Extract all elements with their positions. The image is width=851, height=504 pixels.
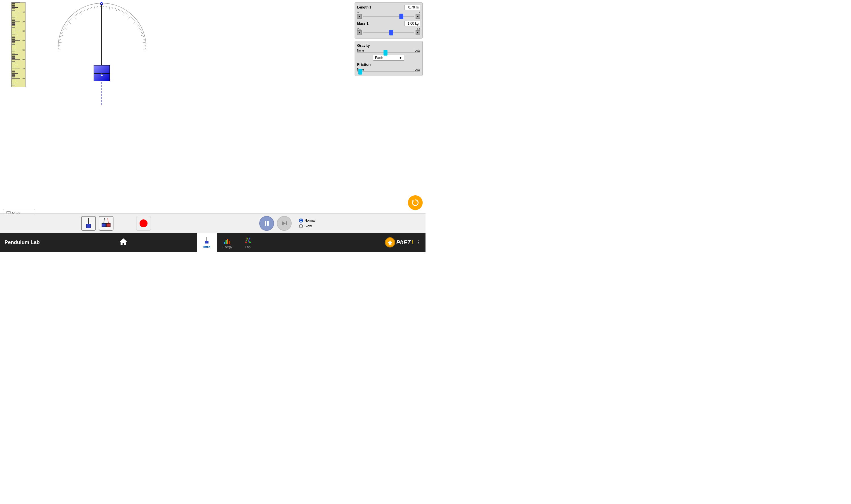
pendulum2-icon <box>101 218 111 229</box>
svg-line-63 <box>127 15 128 15</box>
tab-energy[interactable]: Energy <box>217 233 238 252</box>
planet-label: Earth <box>375 56 383 60</box>
phet-text: PhET <box>396 239 411 246</box>
svg-line-17 <box>66 25 66 26</box>
svg-line-5 <box>59 42 62 43</box>
svg-line-26 <box>75 15 76 16</box>
bob-dashed-extension <box>101 82 102 105</box>
phet-logo: PhET ! ⋮ <box>385 237 421 248</box>
pendulum-bob[interactable]: 1 <box>93 65 110 82</box>
svg-line-58 <box>121 11 121 12</box>
pendulum-params-box: Length 1 0.70 m 0.1 1 ◄ ► Mass 1 1.00 kg… <box>354 2 423 39</box>
svg-line-74 <box>138 26 139 27</box>
svg-line-7 <box>59 39 61 40</box>
svg-rect-100 <box>265 221 266 226</box>
energy-tab-label: Energy <box>222 245 232 249</box>
mass-increase-button[interactable]: ► <box>416 30 420 35</box>
svg-line-32 <box>83 11 83 12</box>
svg-line-51 <box>111 7 111 8</box>
normal-speed-label: Normal <box>305 219 315 222</box>
svg-rect-103 <box>286 221 287 226</box>
friction-slider-track[interactable] <box>357 71 420 72</box>
length-decrease-button[interactable]: ◄ <box>357 14 362 19</box>
length-row: Length 1 0.70 m <box>357 5 420 10</box>
svg-line-22 <box>71 19 71 20</box>
svg-line-66 <box>131 17 132 18</box>
ruler[interactable]: 102030405060708090 cm <box>11 2 25 87</box>
mass-decrease-button[interactable]: ◄ <box>357 30 362 35</box>
pause-button[interactable] <box>259 216 274 231</box>
svg-line-8 <box>60 38 61 38</box>
length-value: 0.70 m <box>404 5 420 10</box>
svg-line-15 <box>64 28 67 30</box>
svg-line-30 <box>80 12 82 15</box>
svg-line-33 <box>84 10 85 11</box>
friction-slider-thumb[interactable] <box>358 69 362 75</box>
slow-speed-label: Slow <box>305 224 312 228</box>
svg-line-11 <box>61 33 63 34</box>
mass-slider-row: ◄ ► <box>357 30 420 35</box>
app-title: Pendulum Lab <box>4 239 40 246</box>
tab-lab[interactable]: Lab <box>238 233 258 252</box>
svg-rect-110 <box>226 240 227 244</box>
tab-intro[interactable]: Intro <box>197 233 217 252</box>
pendulum1-button[interactable] <box>81 216 96 231</box>
svg-line-70 <box>134 21 136 23</box>
reload-button[interactable] <box>408 195 423 210</box>
bob-number-label: 1 <box>101 72 103 76</box>
svg-line-6 <box>59 41 60 41</box>
pendulum-string <box>101 4 102 69</box>
mass-value: 1.00 kg <box>404 21 420 26</box>
svg-line-40 <box>94 6 95 10</box>
svg-line-57 <box>119 10 120 11</box>
record-button[interactable] <box>136 216 151 231</box>
energy-tab-icon <box>223 236 231 245</box>
svg-line-65 <box>128 16 130 18</box>
friction-lots-label: Lots <box>415 68 420 71</box>
length-slider-track[interactable] <box>363 16 414 17</box>
length-slider-thumb[interactable] <box>399 14 403 19</box>
mass-range-labels: 0.1 1.5 <box>357 27 420 30</box>
mass-max-label: 1.5 <box>416 27 420 30</box>
nav-bar: Pendulum Lab Intro Energy <box>0 233 426 252</box>
length-increase-button[interactable]: ► <box>416 14 420 19</box>
normal-speed-radio[interactable] <box>299 219 303 222</box>
length-slider-row: ◄ ► <box>357 14 420 19</box>
svg-rect-109 <box>224 242 225 244</box>
svg-line-71 <box>136 23 137 23</box>
svg-line-25 <box>74 16 75 18</box>
planet-dropdown[interactable]: Earth ▼ <box>373 55 404 61</box>
svg-line-64 <box>128 15 129 16</box>
gravity-slider-thumb[interactable] <box>383 50 387 56</box>
nav-tabs: Intro Energy Lab <box>197 233 258 252</box>
svg-line-68 <box>133 19 134 20</box>
step-button[interactable] <box>277 216 292 231</box>
svg-line-27 <box>76 15 77 15</box>
phet-logo-circle <box>385 237 395 248</box>
pendulum2-button[interactable] <box>99 216 114 231</box>
svg-marker-102 <box>282 221 286 226</box>
gravity-range-labels: None Lots <box>357 49 420 52</box>
gravity-slider-track[interactable] <box>357 52 420 53</box>
protractor-arc <box>55 2 149 51</box>
svg-line-82 <box>143 38 144 38</box>
speed-panel: Normal Slow <box>299 219 315 228</box>
svg-line-10 <box>61 35 63 36</box>
phet-menu-dots[interactable]: ⋮ <box>416 240 421 245</box>
length-max-label: 1 <box>419 11 420 14</box>
mass-slider-thumb[interactable] <box>389 30 393 35</box>
svg-line-56 <box>118 9 119 10</box>
mass-label: Mass 1 <box>357 21 368 25</box>
mass-slider-wrapper <box>363 32 415 33</box>
svg-line-28 <box>77 13 78 14</box>
home-button[interactable] <box>119 237 128 247</box>
svg-line-75 <box>138 28 140 30</box>
svg-line-24 <box>73 17 73 18</box>
lab-tab-icon <box>244 236 252 245</box>
svg-point-116 <box>245 241 247 243</box>
svg-line-78 <box>141 32 142 33</box>
mass-min-label: 0.1 <box>357 27 361 30</box>
svg-line-49 <box>108 6 108 8</box>
mass-slider-track[interactable] <box>363 32 414 33</box>
slow-speed-radio[interactable] <box>299 224 303 228</box>
